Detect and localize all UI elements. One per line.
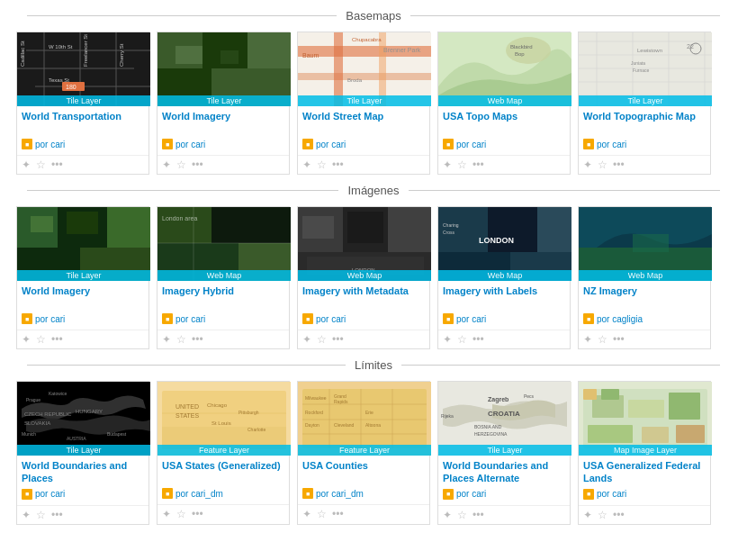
- owner-name-world-street-map[interactable]: por cari: [316, 140, 346, 149]
- svg-text:Broda: Broda: [347, 77, 363, 83]
- owner-name-usa-topo-maps[interactable]: por cari: [456, 140, 486, 149]
- card-title-world-imagery[interactable]: World Imagery: [162, 110, 284, 135]
- owner-name-world-imagery2[interactable]: por cari: [35, 314, 65, 324]
- svg-rect-60: [212, 207, 291, 243]
- card-title-world-topographic-map[interactable]: World Topographic Map: [583, 110, 706, 135]
- star-icon-world-street-map[interactable]: ☆: [317, 158, 327, 171]
- add-icon-imagery-labels[interactable]: ✦: [443, 333, 452, 346]
- more-icon-world-topographic-map[interactable]: •••: [613, 158, 625, 171]
- card-badge-world-topographic-map: Tile Layer: [579, 95, 712, 106]
- add-icon-world-transportation[interactable]: ✦: [22, 158, 31, 171]
- card-title-usa-topo-maps[interactable]: USA Topo Maps: [443, 110, 565, 135]
- card-title-usa-federal-lands[interactable]: USA Generalized Federal Lands: [583, 459, 706, 485]
- card-thumbnail-usa-states: UNITED STATES Chicago St Louis Pittsburg…: [158, 382, 291, 456]
- add-icon-usa-counties[interactable]: ✦: [302, 508, 311, 520]
- card-title-usa-states[interactable]: USA States (Generalized): [162, 459, 284, 484]
- more-icon-imagery-labels[interactable]: •••: [472, 333, 484, 346]
- more-icon-nz-imagery[interactable]: •••: [613, 333, 625, 346]
- more-icon-imagery-hybrid[interactable]: •••: [192, 333, 203, 346]
- card-title-world-imagery2[interactable]: World Imagery: [22, 285, 144, 310]
- svg-text:Brenner Park: Brenner Park: [383, 47, 421, 53]
- more-icon-usa-federal-lands[interactable]: •••: [613, 509, 625, 521]
- svg-text:CZECH REPUBLIC: CZECH REPUBLIC: [24, 411, 72, 417]
- owner-name-usa-federal-lands[interactable]: por cari: [597, 489, 626, 499]
- card-title-usa-counties[interactable]: USA Counties: [302, 459, 425, 484]
- star-icon-world-imagery2[interactable]: ☆: [36, 333, 46, 346]
- card-actions-imagery-metadata: ✦ ☆ •••: [298, 330, 429, 348]
- star-icon-imagery-metadata[interactable]: ☆: [317, 333, 327, 346]
- star-icon-world-transportation[interactable]: ☆: [36, 158, 46, 171]
- card-owner-world-street-map: ■ por cari: [302, 139, 425, 149]
- more-icon-imagery-metadata[interactable]: •••: [332, 333, 344, 346]
- card-actions-world-imagery2: ✦ ☆ •••: [17, 330, 148, 348]
- card-badge-world-imagery: Tile Layer: [158, 95, 291, 106]
- star-icon-imagery-hybrid[interactable]: ☆: [176, 333, 186, 346]
- owner-name-imagery-hybrid[interactable]: por cari: [176, 314, 205, 324]
- svg-text:Rockford: Rockford: [305, 410, 323, 415]
- more-icon-world-street-map[interactable]: •••: [332, 158, 344, 171]
- svg-text:Baum: Baum: [302, 52, 319, 59]
- svg-text:Furnace: Furnace: [633, 68, 650, 73]
- more-icon-usa-topo-maps[interactable]: •••: [472, 158, 484, 171]
- owner-name-world-topographic-map[interactable]: por cari: [597, 140, 626, 149]
- star-icon-imagery-labels[interactable]: ☆: [457, 333, 467, 346]
- card-title-world-transportation[interactable]: World Transportation: [22, 110, 144, 135]
- card-title-imagery-labels[interactable]: Imagery with Labels: [443, 285, 565, 310]
- more-icon-world-imagery[interactable]: •••: [192, 158, 203, 171]
- card-owner-usa-counties: ■ por cari_dm: [302, 488, 425, 499]
- owner-name-world-imagery[interactable]: por cari: [176, 140, 205, 149]
- add-icon-nz-imagery[interactable]: ✦: [583, 333, 592, 346]
- svg-rect-134: [642, 427, 669, 443]
- more-icon-world-boundaries-places[interactable]: •••: [51, 509, 63, 521]
- svg-text:London area: London area: [162, 215, 197, 221]
- add-icon-world-boundaries-alternate[interactable]: ✦: [443, 509, 452, 521]
- add-icon-world-topographic-map[interactable]: ✦: [583, 158, 592, 171]
- svg-text:Dayton: Dayton: [305, 422, 320, 428]
- card-owner-world-imagery2: ■ por cari: [22, 313, 144, 324]
- card-title-imagery-hybrid[interactable]: Imagery Hybrid: [162, 285, 284, 310]
- star-icon-world-imagery[interactable]: ☆: [176, 158, 186, 171]
- owner-name-usa-counties[interactable]: por cari_dm: [316, 489, 364, 499]
- more-icon-usa-states[interactable]: •••: [192, 508, 203, 520]
- add-icon-world-imagery[interactable]: ✦: [162, 158, 171, 171]
- owner-name-world-transportation[interactable]: por cari: [35, 140, 65, 149]
- card-title-world-boundaries-places[interactable]: World Boundaries and Places: [22, 459, 144, 485]
- svg-text:Rapids: Rapids: [334, 399, 348, 404]
- star-icon-usa-states[interactable]: ☆: [176, 508, 186, 520]
- card-actions-world-boundaries-alternate: ✦ ☆ •••: [438, 505, 570, 524]
- owner-name-usa-states[interactable]: por cari_dm: [176, 489, 223, 499]
- card-title-imagery-metadata[interactable]: Imagery with Metadata: [302, 285, 425, 310]
- card-imagery-labels: LONDON Charing Cross Web Map Imagery wit…: [437, 206, 571, 349]
- star-icon-usa-counties[interactable]: ☆: [317, 508, 327, 520]
- svg-text:Cleveland: Cleveland: [334, 422, 354, 428]
- add-icon-imagery-hybrid[interactable]: ✦: [162, 333, 171, 346]
- svg-point-32: [506, 37, 551, 64]
- owner-name-imagery-metadata[interactable]: por cari: [316, 314, 346, 324]
- star-icon-usa-federal-lands[interactable]: ☆: [598, 509, 608, 521]
- more-icon-world-imagery2[interactable]: •••: [51, 333, 63, 346]
- add-icon-usa-topo-maps[interactable]: ✦: [443, 158, 452, 171]
- owner-name-nz-imagery[interactable]: por cagligia: [597, 314, 643, 324]
- add-icon-usa-states[interactable]: ✦: [162, 508, 171, 520]
- add-icon-usa-federal-lands[interactable]: ✦: [583, 509, 592, 521]
- card-title-world-street-map[interactable]: World Street Map: [302, 110, 425, 135]
- star-icon-world-topographic-map[interactable]: ☆: [598, 158, 608, 171]
- star-icon-world-boundaries-alternate[interactable]: ☆: [457, 509, 467, 521]
- owner-name-world-boundaries-places[interactable]: por cari: [35, 489, 65, 499]
- card-owner-nz-imagery: ■ por cagligia: [583, 313, 706, 324]
- owner-name-world-boundaries-alternate[interactable]: por cari: [456, 489, 486, 499]
- more-icon-usa-counties[interactable]: •••: [332, 508, 344, 520]
- star-icon-nz-imagery[interactable]: ☆: [598, 333, 608, 346]
- add-icon-imagery-metadata[interactable]: ✦: [302, 333, 311, 346]
- card-title-world-boundaries-alternate[interactable]: World Boundaries and Places Alternate: [443, 459, 565, 485]
- card-title-nz-imagery[interactable]: NZ Imagery: [583, 285, 706, 310]
- card-world-imagery: Tile Layer World Imagery ■ por cari ✦ ☆ …: [157, 32, 290, 175]
- add-icon-world-boundaries-places[interactable]: ✦: [22, 509, 31, 521]
- more-icon-world-transportation[interactable]: •••: [51, 158, 63, 171]
- star-icon-world-boundaries-places[interactable]: ☆: [36, 509, 46, 521]
- add-icon-world-street-map[interactable]: ✦: [302, 158, 311, 171]
- add-icon-world-imagery2[interactable]: ✦: [22, 333, 31, 346]
- more-icon-world-boundaries-alternate[interactable]: •••: [472, 509, 484, 521]
- star-icon-usa-topo-maps[interactable]: ☆: [457, 158, 467, 171]
- owner-name-imagery-labels[interactable]: por cari: [456, 314, 486, 324]
